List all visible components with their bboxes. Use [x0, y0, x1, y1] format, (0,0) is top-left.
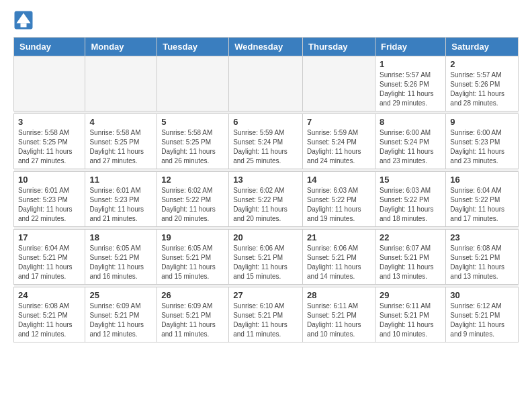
calendar-cell: 28Sunrise: 6:11 AM Sunset: 5:21 PM Dayli…: [303, 287, 375, 342]
weekday-header-sunday: Sunday: [14, 38, 85, 56]
calendar-cell: 7Sunrise: 5:59 AM Sunset: 5:24 PM Daylig…: [303, 114, 375, 169]
day-number: 1: [380, 59, 441, 69]
day-info: Sunrise: 6:07 AM Sunset: 5:21 PM Dayligh…: [380, 244, 441, 281]
day-number: 22: [380, 232, 441, 242]
day-number: 12: [161, 175, 224, 185]
day-number: 21: [307, 232, 371, 242]
day-info: Sunrise: 6:05 AM Sunset: 5:21 PM Dayligh…: [161, 244, 224, 281]
calendar-cell: 2Sunrise: 5:57 AM Sunset: 5:26 PM Daylig…: [446, 56, 519, 111]
day-number: 9: [450, 117, 514, 127]
calendar-header-row: SundayMondayTuesdayWednesdayThursdayFrid…: [14, 38, 519, 56]
weekday-header-thursday: Thursday: [303, 38, 375, 56]
day-info: Sunrise: 6:12 AM Sunset: 5:21 PM Dayligh…: [450, 302, 514, 339]
calendar-cell: [229, 56, 303, 111]
day-info: Sunrise: 5:59 AM Sunset: 5:24 PM Dayligh…: [307, 128, 371, 166]
calendar-cell: 20Sunrise: 6:06 AM Sunset: 5:21 PM Dayli…: [229, 230, 303, 285]
svg-rect-2: [21, 24, 27, 28]
calendar-week-3: 10Sunrise: 6:01 AM Sunset: 5:23 PM Dayli…: [14, 172, 519, 227]
day-number: 19: [161, 232, 224, 242]
calendar-cell: 26Sunrise: 6:09 AM Sunset: 5:21 PM Dayli…: [157, 287, 229, 342]
day-info: Sunrise: 5:57 AM Sunset: 5:26 PM Dayligh…: [450, 71, 514, 108]
day-info: Sunrise: 6:06 AM Sunset: 5:21 PM Dayligh…: [233, 244, 298, 281]
day-number: 18: [89, 232, 152, 242]
calendar-cell: 29Sunrise: 6:11 AM Sunset: 5:21 PM Dayli…: [375, 287, 445, 342]
logo: [13, 10, 36, 30]
day-info: Sunrise: 6:11 AM Sunset: 5:21 PM Dayligh…: [307, 302, 371, 339]
day-number: 4: [89, 117, 152, 127]
calendar-cell: 17Sunrise: 6:04 AM Sunset: 5:21 PM Dayli…: [14, 230, 85, 285]
logo-icon: [13, 10, 34, 30]
calendar-cell: 30Sunrise: 6:12 AM Sunset: 5:21 PM Dayli…: [446, 287, 519, 342]
day-info: Sunrise: 6:01 AM Sunset: 5:23 PM Dayligh…: [89, 186, 152, 224]
day-info: Sunrise: 6:10 AM Sunset: 5:21 PM Dayligh…: [233, 302, 298, 339]
day-number: 16: [450, 175, 514, 185]
day-number: 28: [307, 290, 371, 300]
calendar-cell: 8Sunrise: 6:00 AM Sunset: 5:24 PM Daylig…: [375, 114, 445, 169]
calendar-cell: 21Sunrise: 6:06 AM Sunset: 5:21 PM Dayli…: [303, 230, 375, 285]
calendar-week-2: 3Sunrise: 5:58 AM Sunset: 5:25 PM Daylig…: [14, 114, 519, 169]
calendar-cell: 1Sunrise: 5:57 AM Sunset: 5:26 PM Daylig…: [375, 56, 445, 111]
calendar-cell: 13Sunrise: 6:02 AM Sunset: 5:22 PM Dayli…: [229, 172, 303, 227]
day-info: Sunrise: 6:00 AM Sunset: 5:23 PM Dayligh…: [450, 128, 514, 166]
day-number: 6: [233, 117, 298, 127]
calendar-week-4: 17Sunrise: 6:04 AM Sunset: 5:21 PM Dayli…: [14, 230, 519, 285]
day-number: 11: [89, 175, 152, 185]
day-number: 7: [307, 117, 371, 127]
day-number: 26: [161, 290, 224, 300]
calendar-cell: 3Sunrise: 5:58 AM Sunset: 5:25 PM Daylig…: [14, 114, 85, 169]
day-info: Sunrise: 6:02 AM Sunset: 5:22 PM Dayligh…: [161, 186, 224, 224]
calendar-cell: 5Sunrise: 5:58 AM Sunset: 5:25 PM Daylig…: [157, 114, 229, 169]
calendar-cell: 18Sunrise: 6:05 AM Sunset: 5:21 PM Dayli…: [85, 230, 157, 285]
weekday-header-saturday: Saturday: [446, 38, 519, 56]
page-container: SundayMondayTuesdayWednesdayThursdayFrid…: [0, 0, 532, 353]
day-info: Sunrise: 6:05 AM Sunset: 5:21 PM Dayligh…: [89, 244, 152, 281]
calendar-table: SundayMondayTuesdayWednesdayThursdayFrid…: [13, 37, 519, 342]
calendar-week-1: 1Sunrise: 5:57 AM Sunset: 5:26 PM Daylig…: [14, 56, 519, 111]
calendar-cell: 9Sunrise: 6:00 AM Sunset: 5:23 PM Daylig…: [446, 114, 519, 169]
day-info: Sunrise: 6:09 AM Sunset: 5:21 PM Dayligh…: [89, 302, 152, 339]
weekday-header-monday: Monday: [85, 38, 157, 56]
day-number: 24: [18, 290, 81, 300]
day-number: 8: [380, 117, 441, 127]
day-info: Sunrise: 6:04 AM Sunset: 5:21 PM Dayligh…: [18, 244, 81, 281]
day-info: Sunrise: 6:03 AM Sunset: 5:22 PM Dayligh…: [307, 186, 371, 224]
day-info: Sunrise: 6:00 AM Sunset: 5:24 PM Dayligh…: [380, 128, 441, 166]
calendar-cell: [157, 56, 229, 111]
calendar-cell: 4Sunrise: 5:58 AM Sunset: 5:25 PM Daylig…: [85, 114, 157, 169]
day-info: Sunrise: 6:11 AM Sunset: 5:21 PM Dayligh…: [380, 302, 441, 339]
calendar-cell: 12Sunrise: 6:02 AM Sunset: 5:22 PM Dayli…: [157, 172, 229, 227]
day-info: Sunrise: 6:01 AM Sunset: 5:23 PM Dayligh…: [18, 186, 81, 224]
day-info: Sunrise: 5:58 AM Sunset: 5:25 PM Dayligh…: [161, 128, 224, 166]
day-number: 27: [233, 290, 298, 300]
day-info: Sunrise: 6:08 AM Sunset: 5:21 PM Dayligh…: [18, 302, 81, 339]
calendar-cell: 25Sunrise: 6:09 AM Sunset: 5:21 PM Dayli…: [85, 287, 157, 342]
calendar-cell: [14, 56, 85, 111]
day-info: Sunrise: 5:58 AM Sunset: 5:25 PM Dayligh…: [18, 128, 81, 166]
day-number: 3: [18, 117, 81, 127]
calendar-cell: 15Sunrise: 6:03 AM Sunset: 5:22 PM Dayli…: [375, 172, 445, 227]
day-number: 2: [450, 59, 514, 69]
calendar-week-5: 24Sunrise: 6:08 AM Sunset: 5:21 PM Dayli…: [14, 287, 519, 342]
header: [13, 10, 519, 30]
calendar-cell: 27Sunrise: 6:10 AM Sunset: 5:21 PM Dayli…: [229, 287, 303, 342]
day-number: 23: [450, 232, 514, 242]
day-info: Sunrise: 5:58 AM Sunset: 5:25 PM Dayligh…: [89, 128, 152, 166]
calendar-cell: 22Sunrise: 6:07 AM Sunset: 5:21 PM Dayli…: [375, 230, 445, 285]
day-number: 5: [161, 117, 224, 127]
day-number: 29: [380, 290, 441, 300]
day-number: 30: [450, 290, 514, 300]
day-number: 10: [18, 175, 81, 185]
day-number: 15: [380, 175, 441, 185]
calendar-cell: 6Sunrise: 5:59 AM Sunset: 5:24 PM Daylig…: [229, 114, 303, 169]
day-info: Sunrise: 5:59 AM Sunset: 5:24 PM Dayligh…: [233, 128, 298, 166]
calendar-cell: 23Sunrise: 6:08 AM Sunset: 5:21 PM Dayli…: [446, 230, 519, 285]
day-info: Sunrise: 6:04 AM Sunset: 5:22 PM Dayligh…: [450, 186, 514, 224]
calendar-cell: 11Sunrise: 6:01 AM Sunset: 5:23 PM Dayli…: [85, 172, 157, 227]
weekday-header-tuesday: Tuesday: [157, 38, 229, 56]
day-info: Sunrise: 5:57 AM Sunset: 5:26 PM Dayligh…: [380, 71, 441, 108]
day-info: Sunrise: 6:02 AM Sunset: 5:22 PM Dayligh…: [233, 186, 298, 224]
calendar-cell: [303, 56, 375, 111]
day-number: 13: [233, 175, 298, 185]
calendar-cell: 16Sunrise: 6:04 AM Sunset: 5:22 PM Dayli…: [446, 172, 519, 227]
day-number: 17: [18, 232, 81, 242]
